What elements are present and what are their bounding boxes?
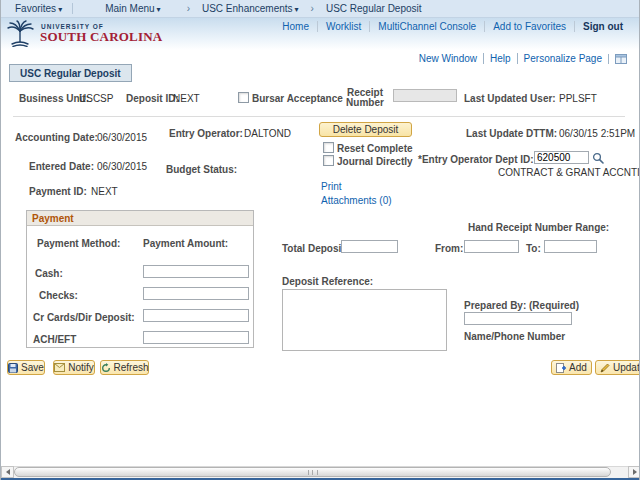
- payment-groupbox-title: Payment: [27, 213, 74, 224]
- cr-cards-dir-deposit-input[interactable]: [143, 309, 249, 322]
- add-to-favorites-link[interactable]: Add to Favorites: [484, 21, 574, 32]
- attachments-link[interactable]: Attachments (0): [321, 195, 392, 206]
- global-nav-links: Home Worklist MultiChannel Console Add t…: [274, 21, 631, 32]
- horizontal-scrollbar-thumb[interactable]: [14, 467, 611, 477]
- journal-directly-label: Journal Directly: [337, 156, 413, 167]
- payment-method-header: Payment Method:: [37, 238, 120, 249]
- sign-out-link[interactable]: Sign out: [574, 21, 631, 32]
- section-divider: [13, 116, 625, 117]
- new-window-link[interactable]: New Window: [413, 53, 483, 64]
- breadcrumb-main-menu[interactable]: Main Menu▾: [105, 3, 160, 14]
- usc-palmetto-seal-logo: [4, 20, 37, 47]
- deposit-reference-textarea[interactable]: [282, 289, 447, 351]
- cash-input[interactable]: [143, 265, 249, 278]
- bursar-acceptance-label: Bursar Acceptance: [252, 93, 343, 104]
- breadcrumb-divider: [72, 3, 73, 14]
- ach-eft-label: ACH/EFT: [33, 334, 76, 345]
- last-updated-user-label: Last Updated User:: [464, 93, 556, 104]
- entry-operator-dept-id-label: *Entry Operator Dept ID:: [418, 154, 534, 165]
- scroll-left-button[interactable]: [1, 466, 14, 478]
- tab-usc-regular-deposit[interactable]: USC Regular Deposit: [9, 64, 132, 82]
- breadcrumb-separator-icon: ›: [311, 3, 314, 14]
- payment-amount-header: Payment Amount:: [143, 238, 228, 249]
- arrow-right-icon: [633, 469, 637, 475]
- scroll-right-button[interactable]: [628, 466, 640, 478]
- cr-cards-dir-deposit-label: Cr Cards/Dir Deposit:: [33, 312, 135, 323]
- payment-groupbox: Payment Payment Method: Payment Amount: …: [26, 210, 254, 348]
- checks-input[interactable]: [143, 287, 249, 300]
- journal-directly-checkbox[interactable]: [323, 155, 334, 166]
- chevron-down-icon: ▾: [58, 5, 62, 14]
- entered-date-value: 06/30/2015: [97, 161, 147, 172]
- receipt-number-label: Receipt Number: [341, 88, 389, 108]
- save-button-label: Save: [21, 362, 44, 373]
- save-disk-icon: [8, 363, 18, 373]
- receipt-number-input: [393, 89, 457, 102]
- chevron-down-icon: ▾: [295, 5, 299, 14]
- hand-receipt-to-label: To:: [526, 243, 541, 254]
- update-display-button-label: Update/Disp: [613, 362, 640, 373]
- chevron-down-icon: ▾: [157, 5, 161, 14]
- name-phone-number-label: Name/Phone Number: [464, 331, 565, 342]
- reset-complete-label: Reset Complete: [337, 143, 413, 154]
- notify-button[interactable]: Notify: [53, 360, 95, 375]
- accounting-date-value: 06/30/2015: [97, 132, 147, 143]
- add-page-icon: [556, 363, 566, 373]
- breadcrumb-separator-icon: ›: [187, 3, 190, 14]
- personalize-layout-icon[interactable]: [608, 54, 633, 64]
- usc-regular-deposit-page: Favorites▾ Main Menu▾ › USC Enhancements…: [0, 0, 640, 480]
- payment-groupbox-header: Payment: [27, 211, 253, 226]
- prepared-by-label: Prepared By: (Required): [464, 300, 579, 311]
- notify-button-label: Notify: [68, 362, 94, 373]
- prepared-by-input[interactable]: [464, 312, 572, 325]
- page-utility-links: New Window Help Personalize Page: [413, 53, 633, 64]
- personalize-page-link[interactable]: Personalize Page: [517, 53, 608, 64]
- total-deposit-input[interactable]: [341, 240, 398, 253]
- deposit-id-value: NEXT: [173, 93, 200, 104]
- entry-operator-dept-id-input[interactable]: [534, 151, 589, 164]
- refresh-icon: [101, 363, 111, 373]
- hand-receipt-from-input[interactable]: [464, 240, 519, 253]
- breadcrumb: Favorites▾ Main Menu▾ › USC Enhancements…: [1, 0, 639, 18]
- breadcrumb-usc-enhancements-label: USC Enhancements: [202, 3, 293, 14]
- total-deposit-label: Total Deposit:: [282, 243, 348, 254]
- arrow-left-icon: [6, 469, 10, 475]
- print-link[interactable]: Print: [321, 181, 342, 192]
- breadcrumb-favorites[interactable]: Favorites▾: [15, 3, 62, 14]
- ach-eft-input[interactable]: [143, 331, 249, 344]
- help-link[interactable]: Help: [483, 53, 517, 64]
- hand-receipt-to-input[interactable]: [544, 240, 597, 253]
- deposit-id-label: Deposit ID:: [126, 93, 179, 104]
- breadcrumb-current-page: USC Regular Deposit: [326, 3, 422, 14]
- last-updated-user-value: PPLSFT: [559, 93, 597, 104]
- business-unit-value: USCSP: [79, 93, 113, 104]
- notify-envelope-icon: [54, 363, 65, 372]
- refresh-button[interactable]: Refresh: [100, 360, 149, 375]
- add-button-label: Add: [569, 362, 587, 373]
- entry-operator-label: Entry Operator:: [169, 128, 243, 139]
- worklist-link[interactable]: Worklist: [317, 21, 369, 32]
- reset-complete-checkbox[interactable]: [323, 142, 334, 153]
- save-button[interactable]: Save: [7, 360, 45, 375]
- add-button[interactable]: Add: [551, 360, 592, 375]
- delete-deposit-button[interactable]: Delete Deposit: [319, 122, 412, 137]
- dept-id-lookup-icon[interactable]: [592, 152, 604, 164]
- deposit-reference-label: Deposit Reference:: [282, 276, 373, 287]
- logo-south-carolina: SOUTH CAROLINA: [40, 29, 162, 45]
- last-update-dttm-value: 06/30/15 2:51PM: [559, 128, 635, 139]
- update-display-button[interactable]: Update/Disp: [595, 360, 640, 375]
- home-link[interactable]: Home: [274, 21, 317, 32]
- payment-id-label: Payment ID:: [29, 186, 87, 197]
- last-update-dttm-label: Last Update DTTM:: [466, 128, 557, 139]
- update-pencil-icon: [600, 363, 610, 373]
- scrollbar-grip-icon: [308, 470, 318, 475]
- breadcrumb-usc-enhancements[interactable]: USC Enhancements▾: [202, 3, 299, 14]
- budget-status-label: Budget Status:: [166, 164, 237, 175]
- bursar-acceptance-checkbox[interactable]: [238, 92, 249, 103]
- checks-label: Checks:: [39, 290, 78, 301]
- entry-operator-value: DALTOND: [244, 128, 291, 139]
- multichannel-console-link[interactable]: MultiChannel Console: [369, 21, 484, 32]
- refresh-button-label: Refresh: [114, 362, 149, 373]
- breadcrumb-main-menu-label: Main Menu: [105, 3, 154, 14]
- cash-label: Cash:: [35, 268, 63, 279]
